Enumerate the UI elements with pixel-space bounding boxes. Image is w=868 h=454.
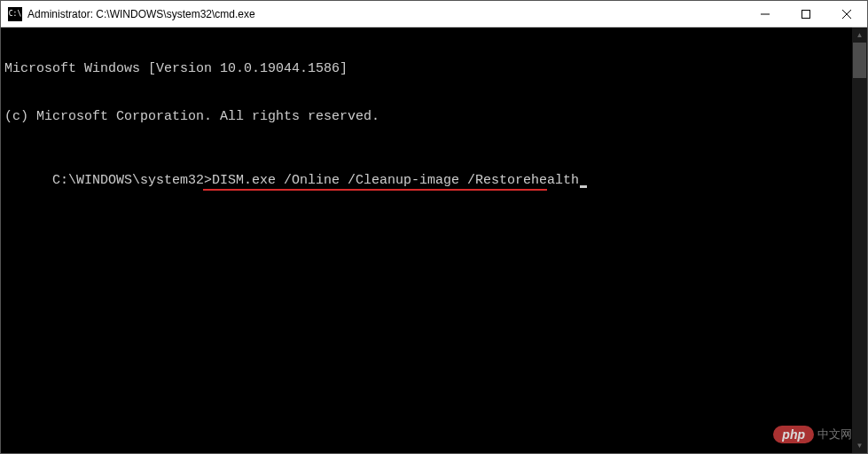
text-cursor: [580, 185, 587, 188]
terminal-output[interactable]: Microsoft Windows [Version 10.0.19044.15…: [1, 27, 852, 453]
command-text: DISM.exe /Online /Cleanup-image /Restore…: [212, 173, 579, 188]
command-underline: [203, 189, 547, 191]
minimize-button[interactable]: [745, 1, 786, 27]
output-line: Microsoft Windows [Version 10.0.19044.15…: [4, 61, 848, 77]
watermark-badge: php: [773, 426, 814, 443]
prompt-line: C:\WINDOWS\system32>DISM.exe /Online /Cl…: [52, 173, 587, 189]
minimize-icon: [761, 10, 770, 19]
close-button[interactable]: [826, 1, 867, 27]
vertical-scrollbar[interactable]: ▲ ▼: [852, 27, 867, 453]
close-icon: [842, 10, 851, 19]
watermark-text: 中文网: [817, 427, 852, 442]
prompt-text: C:\WINDOWS\system32>: [52, 173, 212, 188]
scroll-up-arrow[interactable]: ▲: [852, 27, 867, 43]
output-line: (c) Microsoft Corporation. All rights re…: [4, 109, 848, 125]
window-controls: [745, 1, 867, 27]
scrollbar-thumb[interactable]: [853, 43, 866, 78]
cmd-window: C:\ Administrator: C:\WINDOWS\system32\c…: [0, 0, 868, 454]
window-title: Administrator: C:\WINDOWS\system32\cmd.e…: [27, 8, 745, 20]
scroll-down-arrow[interactable]: ▼: [852, 438, 867, 453]
cmd-icon-text: C:\: [9, 10, 21, 18]
terminal-area: Microsoft Windows [Version 10.0.19044.15…: [1, 27, 867, 453]
maximize-button[interactable]: [786, 1, 826, 27]
maximize-icon: [802, 10, 810, 19]
cmd-icon: C:\: [8, 7, 22, 21]
titlebar[interactable]: C:\ Administrator: C:\WINDOWS\system32\c…: [1, 1, 867, 27]
svg-rect-1: [802, 10, 810, 18]
watermark: php 中文网: [773, 426, 852, 443]
